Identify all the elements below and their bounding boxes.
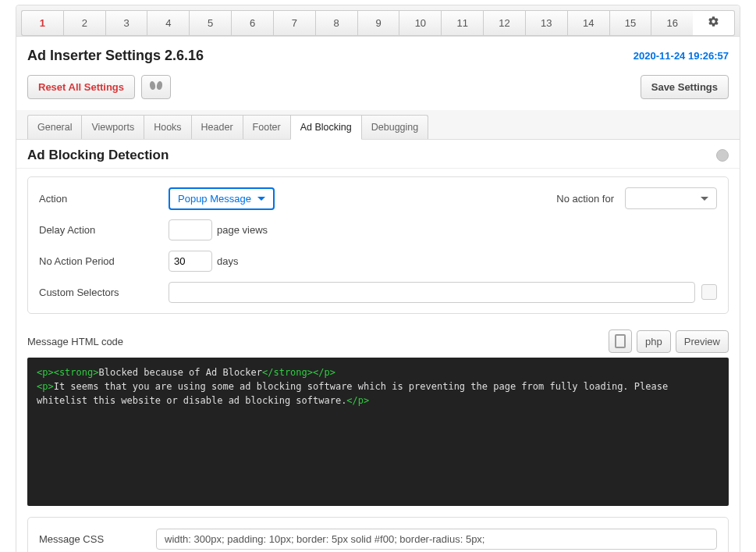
custom-selectors-input[interactable] bbox=[169, 282, 695, 303]
custom-selectors-label: Custom Selectors bbox=[39, 287, 169, 298]
no-action-for-label: No action for bbox=[556, 193, 614, 205]
footprints-button[interactable] bbox=[141, 75, 171, 99]
delay-action-label: Delay Action bbox=[39, 224, 169, 236]
reset-all-settings-button[interactable]: Reset All Settings bbox=[27, 75, 135, 99]
top-tab-12[interactable]: 12 bbox=[483, 10, 525, 36]
top-tabs: 12345678910111213141516 bbox=[16, 5, 740, 37]
preview-button[interactable]: Preview bbox=[676, 330, 729, 353]
detection-card: Action Popup Message No action for Delay… bbox=[27, 176, 729, 314]
settings-tab[interactable] bbox=[693, 10, 735, 36]
top-tab-2[interactable]: 2 bbox=[63, 10, 105, 36]
no-action-period-label: No Action Period bbox=[39, 255, 169, 267]
top-tab-11[interactable]: 11 bbox=[441, 10, 483, 36]
sub-tabs: GeneralViewportsHooksHeaderFooterAd Bloc… bbox=[16, 110, 740, 140]
top-tab-4[interactable]: 4 bbox=[147, 10, 189, 36]
php-button[interactable]: php bbox=[637, 330, 671, 353]
action-label: Action bbox=[39, 193, 169, 205]
top-tab-1[interactable]: 1 bbox=[21, 10, 63, 36]
section-title: Ad Blocking Detection bbox=[27, 148, 169, 163]
delay-action-input[interactable] bbox=[169, 219, 212, 240]
footprints-icon bbox=[149, 80, 163, 91]
top-tab-7[interactable]: 7 bbox=[273, 10, 315, 36]
sub-tab-ad-blocking[interactable]: Ad Blocking bbox=[290, 115, 362, 140]
period-units: days bbox=[217, 255, 238, 267]
clipboard-button[interactable] bbox=[609, 329, 632, 353]
delay-units: page views bbox=[217, 224, 268, 236]
message-css-label: Message CSS bbox=[39, 533, 156, 545]
status-indicator[interactable] bbox=[716, 149, 729, 162]
message-html-label: Message HTML code bbox=[27, 336, 123, 347]
custom-selectors-toggle[interactable] bbox=[701, 284, 717, 300]
timestamp: 2020-11-24 19:26:57 bbox=[634, 50, 729, 62]
message-code-editor[interactable]: <p><strong>Blocked because of Ad Blocker… bbox=[27, 358, 729, 506]
top-tab-5[interactable]: 5 bbox=[189, 10, 231, 36]
top-tab-15[interactable]: 15 bbox=[609, 10, 651, 36]
top-tab-13[interactable]: 13 bbox=[525, 10, 567, 36]
top-tab-3[interactable]: 3 bbox=[105, 10, 147, 36]
sub-tab-general[interactable]: General bbox=[27, 115, 82, 139]
sub-tab-viewports[interactable]: Viewports bbox=[81, 115, 144, 139]
sub-tab-debugging[interactable]: Debugging bbox=[361, 115, 428, 139]
sub-tab-hooks[interactable]: Hooks bbox=[144, 115, 191, 139]
page-title: Ad Inserter Settings 2.6.16 bbox=[27, 48, 204, 64]
top-tab-10[interactable]: 10 bbox=[399, 10, 441, 36]
message-css-input[interactable] bbox=[156, 529, 717, 550]
top-tab-14[interactable]: 14 bbox=[567, 10, 609, 36]
sub-tab-footer[interactable]: Footer bbox=[243, 115, 291, 139]
css-card: Message CSS Overlay CSS Undismissible Me… bbox=[27, 517, 729, 552]
save-settings-button[interactable]: Save Settings bbox=[641, 75, 729, 99]
top-tab-8[interactable]: 8 bbox=[315, 10, 357, 36]
action-select[interactable]: Popup Message bbox=[169, 187, 275, 210]
sub-tab-header[interactable]: Header bbox=[191, 115, 243, 139]
no-action-for-select[interactable] bbox=[625, 187, 717, 209]
top-tab-6[interactable]: 6 bbox=[231, 10, 273, 36]
top-tab-16[interactable]: 16 bbox=[651, 10, 693, 36]
no-action-period-input[interactable] bbox=[169, 251, 212, 272]
clipboard-icon bbox=[615, 334, 626, 348]
top-tab-9[interactable]: 9 bbox=[357, 10, 399, 36]
gear-icon bbox=[708, 16, 719, 27]
